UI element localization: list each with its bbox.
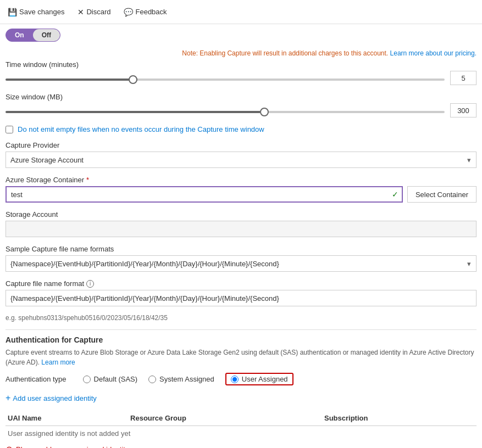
time-window-slider-row: 5 — [5, 71, 477, 85]
radio-default-sas-input[interactable] — [83, 376, 91, 383]
capture-format-info-icon[interactable]: i — [86, 280, 94, 288]
storage-account-input — [5, 221, 477, 237]
feedback-icon: 💬 — [124, 8, 133, 16]
azure-storage-container-group: Azure Storage Container * ✓ Select Conta… — [5, 176, 477, 203]
time-window-value: 5 — [450, 71, 477, 85]
radio-system-assigned[interactable]: System Assigned — [148, 375, 214, 383]
sample-capture-format-label: Sample Capture file name formats — [5, 245, 477, 253]
time-window-group: Time window (minutes) 5 — [5, 60, 477, 85]
auth-description: Capture event streams to Azure Blob Stor… — [5, 348, 477, 367]
add-identity-link[interactable]: + Add user assigned identity — [5, 393, 477, 403]
toggle-off[interactable]: Off — [33, 29, 60, 41]
feedback-button[interactable]: 💬 Feedback — [121, 7, 169, 18]
check-icon: ✓ — [392, 190, 398, 199]
radio-user-assigned-label: User Assigned — [242, 375, 288, 383]
main-content: Time window (minutes) 5 Size window (MB)… — [0, 60, 482, 448]
capture-provider-label: Capture Provider — [5, 141, 477, 149]
select-container-button[interactable]: Select Container — [407, 186, 477, 203]
time-window-label: Time window (minutes) — [5, 60, 477, 69]
container-input[interactable] — [5, 186, 403, 203]
toolbar: 💾 Save changes ✕ Discard 💬 Feedback — [0, 0, 482, 24]
discard-button[interactable]: ✕ Discard — [75, 7, 113, 18]
empty-files-label[interactable]: Do not emit empty files when no events o… — [18, 125, 264, 133]
capture-provider-group: Capture Provider Azure Storage Account A… — [5, 141, 477, 168]
radio-user-assigned-input[interactable] — [231, 376, 239, 383]
auth-type-label: Authentication type — [5, 375, 67, 383]
uai-empty-row: User assigned identity is not added yet — [5, 426, 477, 441]
uai-name-column-header: UAI Name — [5, 411, 128, 426]
capture-file-format-label: Capture file name format i — [5, 279, 477, 288]
radio-default-sas[interactable]: Default (SAS) — [83, 375, 137, 383]
resource-group-column-header: Resource Group — [128, 411, 322, 426]
capture-file-format-group: Capture file name format i — [5, 279, 477, 306]
capture-provider-select-wrapper: Azure Storage Account Azure Data Lake St… — [5, 152, 477, 168]
required-indicator: * — [86, 176, 89, 184]
pricing-link[interactable]: Learn more about our pricing. — [390, 49, 477, 57]
storage-account-group: Storage Account — [5, 210, 477, 237]
note-bar: Note: Enabling Capture will result in ad… — [0, 46, 482, 60]
time-window-slider[interactable] — [5, 79, 445, 81]
container-input-row: ✓ Select Container — [5, 186, 477, 203]
empty-files-checkbox[interactable] — [5, 126, 13, 133]
radio-system-assigned-input[interactable] — [148, 376, 156, 383]
uai-table: UAI Name Resource Group Subscription Use… — [5, 411, 477, 441]
plus-icon: + — [5, 393, 10, 403]
divider-1 — [5, 329, 477, 330]
radio-default-sas-label: Default (SAS) — [94, 375, 137, 383]
empty-files-checkbox-row: Do not emit empty files when no events o… — [5, 125, 477, 133]
auth-learn-more-link[interactable]: Learn more — [41, 359, 75, 366]
toggle-area: On Off — [0, 24, 482, 46]
size-window-group: Size window (MB) 300 — [5, 93, 477, 117]
size-window-label: Size window (MB) — [5, 93, 477, 101]
auth-type-row: Authentication type Default (SAS) System… — [5, 373, 477, 385]
capture-provider-select[interactable]: Azure Storage Account Azure Data Lake St… — [5, 152, 477, 168]
time-window-slider-container — [5, 74, 445, 82]
size-window-slider[interactable] — [5, 111, 445, 113]
sample-capture-format-group: Sample Capture file name formats {Namesp… — [5, 245, 477, 272]
example-text: e.g. spehubns0313/spehub0516/0/2023/05/1… — [5, 314, 477, 322]
sample-capture-format-select[interactable]: {Namespace}/{EventHub}/{PartitionId}/{Ye… — [5, 255, 477, 272]
azure-storage-container-label: Azure Storage Container * — [5, 176, 477, 184]
error-icon: ⊗ — [5, 444, 13, 448]
storage-account-label: Storage Account — [5, 210, 477, 219]
auth-section: Authentication for Capture Capture event… — [5, 335, 477, 448]
size-window-slider-container — [5, 107, 445, 115]
toggle-on[interactable]: On — [6, 29, 33, 41]
sample-capture-format-wrapper: {Namespace}/{EventHub}/{PartitionId}/{Ye… — [5, 255, 477, 272]
error-message: ⊗ Please add a user assigned identity — [5, 444, 477, 448]
radio-system-assigned-label: System Assigned — [159, 375, 214, 383]
auth-section-title: Authentication for Capture — [5, 335, 477, 344]
capture-file-format-input[interactable] — [5, 290, 477, 306]
subscription-column-header: Subscription — [322, 411, 477, 426]
size-window-value: 300 — [450, 103, 477, 117]
save-changes-button[interactable]: 💾 Save changes — [5, 7, 67, 18]
uai-empty-message: User assigned identity is not added yet — [5, 426, 477, 441]
container-input-wrapper: ✓ — [5, 186, 403, 203]
capture-toggle[interactable]: On Off — [5, 29, 60, 42]
error-text: Please add a user assigned identity — [16, 445, 129, 448]
radio-user-assigned[interactable]: User Assigned — [225, 373, 293, 385]
size-window-slider-row: 300 — [5, 103, 477, 117]
discard-icon: ✕ — [77, 8, 84, 16]
save-icon: 💾 — [8, 8, 17, 16]
